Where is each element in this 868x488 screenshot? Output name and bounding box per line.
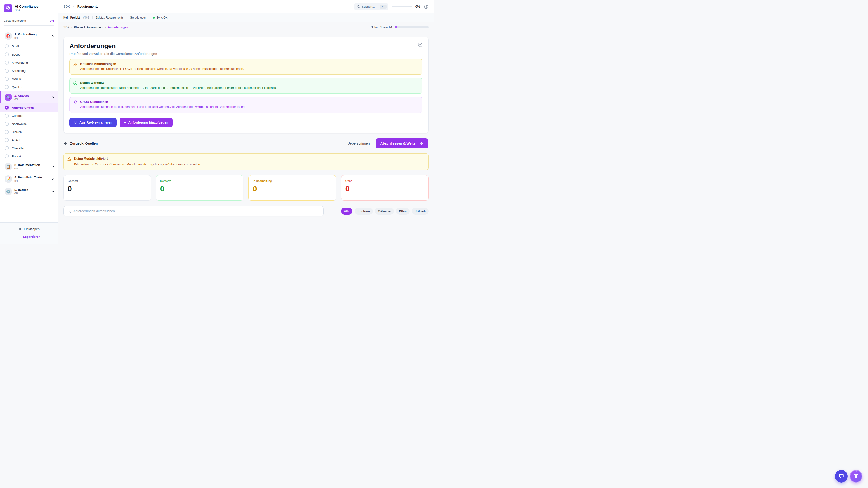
sidebar-item-module[interactable]: Module	[0, 75, 58, 83]
radio-checked-icon	[5, 105, 9, 109]
filter-teilweise[interactable]: Teilweise	[375, 207, 394, 215]
app-subtitle: SDK	[15, 9, 39, 12]
sidebar-item-profil[interactable]: Profil	[0, 42, 58, 51]
project-name: Kein Projekt	[63, 16, 80, 19]
filter-konform[interactable]: Konform	[355, 207, 373, 215]
sidebar-item-nachweise[interactable]: Nachweise	[0, 120, 58, 128]
target-icon: 🎯	[4, 32, 12, 40]
lightbulb-icon	[73, 100, 78, 104]
page-subtitle: Pruefen und verwalten Sie die Compliance…	[69, 52, 157, 56]
sidebar-item-quellen[interactable]: Quellen	[0, 83, 58, 91]
stats-row: Gesamt 0 Konform 0 In Bearbeitung 0 Offe…	[63, 175, 429, 201]
sidebar-item-checklist[interactable]: Checklist	[0, 144, 58, 152]
sidebar-item-label: Anforderungen	[12, 106, 34, 109]
filter-offen[interactable]: Offen	[396, 207, 410, 215]
callout-critical-requirements: Kritische Anforderungen Anforderungen mi…	[69, 59, 423, 74]
upload-icon	[17, 235, 21, 238]
callout-status-workflow: Status-Workflow Anforderungen durchlaufe…	[69, 78, 423, 94]
add-requirement-button[interactable]: + Anforderung hinzufuegen	[120, 118, 173, 127]
callout-title: Kritische Anforderungen	[80, 62, 418, 66]
crumb-current: Anforderungen	[108, 26, 128, 29]
sidebar-item-controls[interactable]: Controls	[0, 111, 58, 120]
global-search[interactable]: Suchen... ⌘K	[354, 3, 388, 10]
sidebar-section-analyse[interactable]: 🔍 2. Analyse 0%	[0, 91, 58, 103]
finish-next-button[interactable]: Abschliessen & Weiter	[376, 138, 428, 149]
sidebar-item-anwendung[interactable]: Anwendung	[0, 59, 58, 67]
sidebar-footer: Einklappen Exportieren	[0, 222, 58, 244]
sidebar-item-ai-act[interactable]: AI Act	[0, 136, 58, 144]
sidebar: AI Compliance SDK Gesamtfortschritt 0% 🎯…	[0, 0, 58, 244]
stat-label: Gesamt	[68, 179, 147, 183]
radio-icon	[5, 138, 9, 142]
sidebar-item-label: Scope	[12, 53, 20, 56]
export-button[interactable]: Exportieren	[17, 235, 40, 238]
section-title: 4. Rechtliche Texte	[14, 176, 49, 179]
extract-from-rag-button[interactable]: Aus RAG extrahieren	[69, 118, 117, 127]
search-icon	[67, 209, 71, 213]
chevron-down-icon	[51, 190, 55, 193]
magnifier-icon: 🔍	[4, 94, 12, 101]
requirements-card: Anforderungen Pruefen und verwalten Sie …	[63, 37, 429, 133]
export-label: Exportieren	[23, 235, 40, 238]
no-modules-warning: Keine Module aktiviert Bitte aktivieren …	[63, 153, 429, 170]
search-shortcut-kbd: ⌘K	[379, 5, 386, 8]
crumb-phase[interactable]: Phase 1: Assessment	[74, 26, 103, 29]
sidebar-section-dokumentation[interactable]: 📋 3. Dokumentation 0%	[0, 160, 58, 173]
filter-alle[interactable]: Alle	[341, 207, 352, 215]
radio-icon	[5, 44, 9, 48]
section-title: 1. Vorbereitung	[14, 33, 49, 36]
radio-icon	[5, 113, 9, 118]
collapse-sidebar-button[interactable]: Einklappen	[18, 227, 39, 231]
stat-label: In Bearbeitung	[253, 179, 332, 183]
warning-text: Bitte aktivieren Sie zuerst Compliance-M…	[74, 162, 425, 166]
topbar-progress-value: 0%	[415, 5, 420, 8]
sync-label: Sync OK	[156, 16, 167, 19]
sidebar-item-risiken[interactable]: Risiken	[0, 128, 58, 136]
filter-chips: Alle Konform Teilweise Offen Kritisch	[341, 207, 429, 215]
breadcrumb-sdk[interactable]: SDK	[63, 5, 70, 8]
back-button[interactable]: Zurueck: Quellen	[64, 141, 98, 145]
sidebar-section-betrieb[interactable]: ⚙️ 5. Betrieb 0%	[0, 185, 58, 198]
arrow-left-icon	[64, 141, 68, 145]
skip-button[interactable]: Ueberspringen	[347, 141, 370, 145]
app-logo	[4, 4, 12, 12]
last-visited: Zuletzt: Requirements	[96, 16, 123, 19]
sidebar-item-anforderungen[interactable]: Anforderungen	[0, 103, 58, 111]
overall-progress-value: 0%	[50, 19, 54, 22]
warning-title: Keine Module aktiviert	[74, 157, 425, 160]
stat-value: 0	[253, 184, 332, 193]
sidebar-section-rechtliche-texte[interactable]: 📝 4. Rechtliche Texte 0%	[0, 173, 58, 185]
separator: /	[71, 26, 72, 29]
check-circle-icon	[73, 81, 78, 86]
stat-label: Konform	[160, 179, 239, 183]
gear-icon: ⚙️	[4, 188, 12, 195]
crumb-sdk[interactable]: SDK	[63, 26, 70, 29]
lightbulb-icon	[74, 121, 77, 124]
sidebar-item-label: Controls	[12, 114, 23, 118]
section-title: 2. Analyse	[14, 94, 49, 97]
chevron-down-icon	[51, 165, 55, 168]
filter-kritisch[interactable]: Kritisch	[412, 207, 429, 215]
sync-ok-dot-icon	[153, 17, 155, 19]
sidebar-item-scope[interactable]: Scope	[0, 51, 58, 59]
stat-card-offen: Offen 0	[341, 175, 429, 201]
callout-text: Anforderungen durchlaufen: Nicht begonne…	[80, 86, 418, 90]
callout-title: Status-Workflow	[80, 81, 418, 85]
radio-icon	[5, 130, 9, 134]
sidebar-item-label: Report	[12, 155, 21, 158]
callout-text: Anforderungen mit Kritikalitaet "HOCH" s…	[80, 67, 418, 71]
sidebar-section-vorbereitung[interactable]: 🎯 1. Vorbereitung 0%	[0, 30, 58, 42]
sidebar-item-report[interactable]: Report	[0, 152, 58, 160]
page-content: Anforderungen Pruefen und verwalten Sie …	[58, 32, 434, 244]
search-icon	[357, 5, 360, 8]
back-label: Zurueck: Quellen	[70, 141, 98, 145]
sidebar-item-screening[interactable]: Screening	[0, 67, 58, 75]
chevron-up-icon	[51, 96, 55, 99]
wizard-nav-row: Zurueck: Quellen Ueberspringen Abschlies…	[64, 138, 428, 149]
section-title: 3. Dokumentation	[14, 163, 49, 167]
help-button[interactable]	[424, 4, 429, 9]
card-help-button[interactable]	[418, 42, 423, 47]
sidebar-item-label: AI Act	[12, 138, 20, 142]
extract-label: Aus RAG extrahieren	[79, 121, 112, 124]
requirements-search-input[interactable]	[73, 209, 320, 213]
